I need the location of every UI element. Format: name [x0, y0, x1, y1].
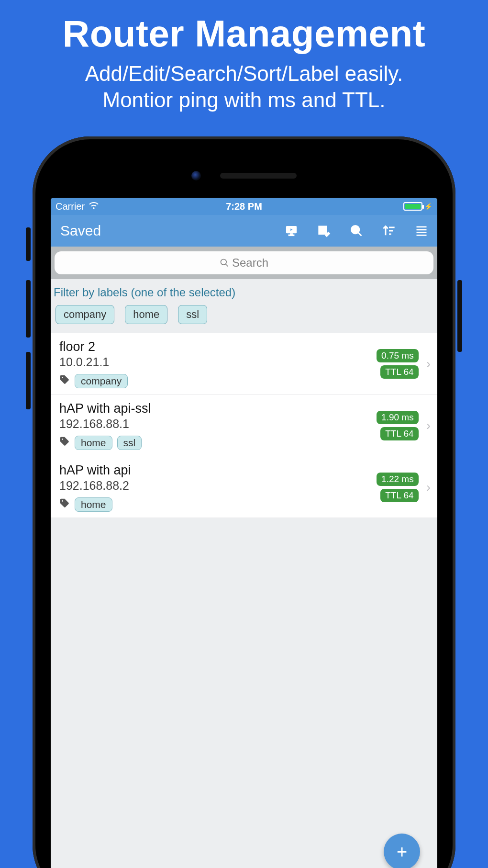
- app-screen: Carrier 7:28 PM ⚡ Saved: [51, 198, 437, 868]
- filter-chip-row: company home ssl: [51, 305, 437, 333]
- status-bar: Carrier 7:28 PM ⚡: [51, 198, 437, 215]
- router-name: hAP with api-ssl: [59, 401, 372, 416]
- filter-chip-company[interactable]: company: [55, 305, 114, 324]
- chevron-right-icon: ›: [423, 418, 431, 433]
- search-icon[interactable]: [349, 224, 364, 238]
- phone-power-button: [457, 280, 462, 352]
- router-row[interactable]: floor 2 10.0.21.1 company 0.75 ms TTL 64: [51, 333, 437, 395]
- ttl-badge: TTL 64: [380, 427, 419, 440]
- speaker-icon: [220, 173, 297, 179]
- battery-icon: [403, 202, 422, 211]
- camera-icon: [191, 171, 201, 180]
- router-ip: 10.0.21.1: [59, 355, 372, 369]
- ttl-badge: TTL 64: [380, 489, 419, 502]
- router-tag: home: [75, 497, 112, 512]
- sort-icon[interactable]: [382, 224, 396, 238]
- router-ip: 192.168.88.2: [59, 479, 372, 493]
- router-row[interactable]: hAP with api-ssl 192.168.88.1 home ssl 1…: [51, 395, 437, 456]
- promo-sub-line1: Add/Edit/Search/Sort/Label easily.: [0, 60, 488, 87]
- phone-mute-switch: [26, 227, 31, 261]
- router-tag: company: [75, 374, 128, 388]
- phone-volume-down: [26, 352, 31, 409]
- charging-icon: ⚡: [424, 203, 433, 210]
- router-name: floor 2: [59, 339, 372, 354]
- chevron-right-icon: ›: [423, 356, 431, 372]
- promo-subtitle: Add/Edit/Search/Sort/Label easily. Monti…: [0, 60, 488, 113]
- add-router-button[interactable]: +: [384, 834, 420, 868]
- filter-hint: Filter by labels (one of the selected): [51, 279, 437, 305]
- ping-badge: 1.90 ms: [377, 411, 419, 424]
- router-list: floor 2 10.0.21.1 company 0.75 ms TTL 64: [51, 333, 437, 518]
- clock-label: 7:28 PM: [181, 201, 307, 212]
- tag-icon: [59, 498, 70, 511]
- search-placeholder: Search: [232, 256, 268, 270]
- svg-line-9: [358, 233, 362, 236]
- menu-icon[interactable]: [414, 224, 429, 238]
- svg-point-18: [221, 259, 226, 265]
- phone-frame: Carrier 7:28 PM ⚡ Saved: [33, 136, 455, 868]
- tag-icon: [59, 374, 70, 388]
- nav-bar: Saved: [51, 215, 437, 247]
- ping-badge: 0.75 ms: [377, 349, 419, 362]
- phone-notch: [51, 154, 437, 198]
- promo-sub-line2: Montior ping with ms and TTL.: [0, 87, 488, 113]
- ping-badge: 1.22 ms: [377, 473, 419, 486]
- tag-icon: [59, 436, 70, 450]
- page-title: Saved: [60, 223, 284, 239]
- router-tag: ssl: [117, 436, 142, 450]
- svg-point-8: [352, 226, 359, 234]
- chevron-right-icon: ›: [423, 480, 431, 495]
- ttl-badge: TTL 64: [380, 365, 419, 379]
- monitor-icon[interactable]: [284, 224, 299, 238]
- router-name: hAP with api: [59, 463, 372, 478]
- router-tag: home: [75, 436, 112, 450]
- search-input[interactable]: Search: [55, 251, 433, 274]
- router-ip: 192.168.88.1: [59, 417, 372, 431]
- promo-title: Router Management: [0, 0, 488, 56]
- filter-chip-ssl[interactable]: ssl: [178, 305, 207, 324]
- phone-volume-up: [26, 280, 31, 338]
- plus-icon: +: [397, 843, 407, 861]
- svg-rect-2: [288, 235, 294, 236]
- router-row[interactable]: hAP with api 192.168.88.2 home 1.22 ms T…: [51, 456, 437, 518]
- carrier-label: Carrier: [55, 201, 85, 212]
- svg-line-19: [225, 264, 228, 267]
- filter-chip-home[interactable]: home: [125, 305, 167, 324]
- wifi-icon: [89, 200, 99, 213]
- edit-table-icon[interactable]: [317, 224, 331, 238]
- search-bar-container: Search: [51, 247, 437, 279]
